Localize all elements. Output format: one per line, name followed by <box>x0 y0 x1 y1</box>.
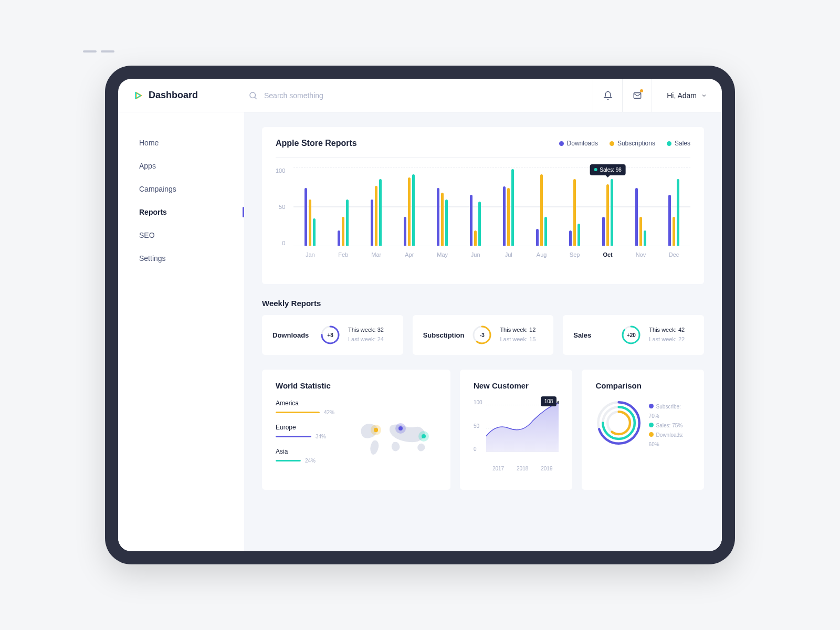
month-group-feb[interactable] <box>327 200 360 246</box>
weekly-row: Downloads+8This week: 32Last week: 24Sub… <box>262 315 704 355</box>
chart-header: Apple Store Reports DownloadsSubscriptio… <box>276 139 690 158</box>
month-group-dec[interactable] <box>657 179 690 246</box>
bar <box>511 169 514 246</box>
notifications-button[interactable] <box>593 79 622 112</box>
bar <box>578 224 580 246</box>
sidebar-item-apps[interactable]: Apps <box>118 154 244 177</box>
bar <box>602 217 605 246</box>
topbar: Dashboard Hi, Adam <box>118 79 722 112</box>
search-area[interactable] <box>244 91 593 100</box>
x-label: Aug <box>525 251 558 258</box>
bell-icon <box>603 91 613 100</box>
chart-body: 100500 Sales: 98 JanFebMarAprMayJunJulAu… <box>276 167 690 272</box>
world-map: .pin:nth-of-type(1)::after{background:#f… <box>354 400 437 478</box>
brand: Dashboard <box>118 90 244 101</box>
bar <box>503 186 506 246</box>
brand-title: Dashboard <box>149 90 198 101</box>
weekly-card-sales[interactable]: Sales+20This week: 42Last week: 22 <box>563 315 704 355</box>
bar <box>478 202 481 246</box>
svg-line-1 <box>255 97 257 99</box>
messages-button[interactable] <box>622 79 652 112</box>
nc-yaxis: 100500 <box>474 400 482 452</box>
bar <box>470 195 472 246</box>
nc-tooltip: 108 <box>541 396 557 406</box>
x-label: Jun <box>459 251 492 258</box>
bar <box>673 217 675 246</box>
world-item-europe: Europe34% <box>276 424 344 439</box>
weekly-card-downloads[interactable]: Downloads+8This week: 32Last week: 24 <box>262 315 403 355</box>
sidebar-item-seo[interactable]: SEO <box>118 224 244 247</box>
new-customer-card: New Customer 108 100500 201720182019 <box>460 370 573 490</box>
comparison-card: Comparison Subscribe: 70%Sales: 75%Downl… <box>582 370 704 490</box>
world-body: America42%Europe34%Asia24% .pin:nth- <box>276 400 437 478</box>
month-group-jan[interactable] <box>293 188 327 246</box>
main-content: Apple Store Reports DownloadsSubscriptio… <box>244 112 722 551</box>
world-title: World Statistic <box>276 381 437 390</box>
comp-rings <box>595 400 642 452</box>
x-label: Mar <box>360 251 393 258</box>
month-group-mar[interactable] <box>360 179 393 246</box>
chart-legend: DownloadsSubscriptionsSales <box>559 140 690 147</box>
x-label: Oct <box>591 251 624 258</box>
bar <box>375 186 377 246</box>
nc-chart: 108 100500 <box>474 400 559 463</box>
weekly-title: Weekly Reports <box>262 299 704 308</box>
world-item-america: America42% <box>276 400 344 415</box>
comp-title: Comparison <box>595 381 690 390</box>
comp-body: Subscribe: 70%Sales: 75%Downloads: 60% <box>595 400 690 452</box>
top-icons: Hi, Adam <box>593 79 722 112</box>
x-label: Feb <box>327 251 360 258</box>
sidebar-item-reports[interactable]: Reports <box>118 201 244 224</box>
x-axis: JanFebMarAprMayJunJulAugSepOctNovDec <box>293 251 690 258</box>
app-screen: Dashboard Hi, Adam HomeAppsCampaingsRepo… <box>118 79 722 551</box>
bar <box>635 188 638 246</box>
legend-item: Downloads <box>559 140 598 147</box>
month-group-jul[interactable] <box>492 169 525 246</box>
month-group-sep[interactable] <box>558 179 591 246</box>
weekly-label: Sales <box>573 331 613 339</box>
world-legend: America42%Europe34%Asia24% <box>276 400 344 478</box>
main-chart-card: Apple Store Reports DownloadsSubscriptio… <box>262 127 704 284</box>
x-label: Jan <box>293 251 327 258</box>
bars-wrap: Sales: 98 JanFebMarAprMayJunJulAugSepOct… <box>293 167 690 272</box>
weekly-card-subsctiption[interactable]: Subsctiption-3This week: 12Last week: 15 <box>413 315 554 355</box>
month-group-nov[interactable] <box>624 188 657 246</box>
x-label: Apr <box>393 251 426 258</box>
sidebar-item-home[interactable]: Home <box>118 131 244 154</box>
nc-xaxis: 201720182019 <box>474 466 559 471</box>
unread-dot <box>640 89 643 92</box>
progress-ring: -3 <box>471 324 492 345</box>
comp-legend: Subscribe: 70%Sales: 75%Downloads: 60% <box>649 402 690 449</box>
y-axis: 100500 <box>276 167 289 246</box>
sidebar-item-campaings[interactable]: Campaings <box>118 177 244 201</box>
chart-title: Apple Store Reports <box>276 139 357 148</box>
month-group-may[interactable] <box>426 188 459 246</box>
bar <box>346 200 349 246</box>
month-group-oct[interactable]: Sales: 98 <box>591 179 624 246</box>
bar <box>569 230 572 246</box>
month-group-apr[interactable] <box>393 174 426 246</box>
bar <box>412 174 415 246</box>
svg-point-0 <box>250 92 256 98</box>
user-greeting: Hi, Adam <box>667 91 697 100</box>
weekly-stats: This week: 42Last week: 22 <box>649 326 685 344</box>
search-icon <box>248 91 258 100</box>
comp-legend-item: Downloads: 60% <box>649 430 690 449</box>
month-group-jun[interactable] <box>459 195 492 246</box>
search-input[interactable] <box>264 91 401 100</box>
month-group-aug[interactable] <box>525 174 558 246</box>
sidebar-item-settings[interactable]: Settings <box>118 247 244 270</box>
bar <box>309 200 311 246</box>
user-menu[interactable]: Hi, Adam <box>652 79 722 112</box>
bar <box>540 174 543 246</box>
bar <box>668 195 671 246</box>
bar <box>544 217 547 246</box>
x-label: May <box>426 251 459 258</box>
tablet-side-buttons <box>83 50 114 52</box>
weekly-label: Subsctiption <box>423 331 465 339</box>
tablet-frame: Dashboard Hi, Adam HomeAppsCampaingsRepo… <box>105 66 735 564</box>
nc-title: New Customer <box>474 381 559 390</box>
bar <box>445 200 448 246</box>
x-label: Sep <box>558 251 591 258</box>
bar <box>304 188 307 246</box>
